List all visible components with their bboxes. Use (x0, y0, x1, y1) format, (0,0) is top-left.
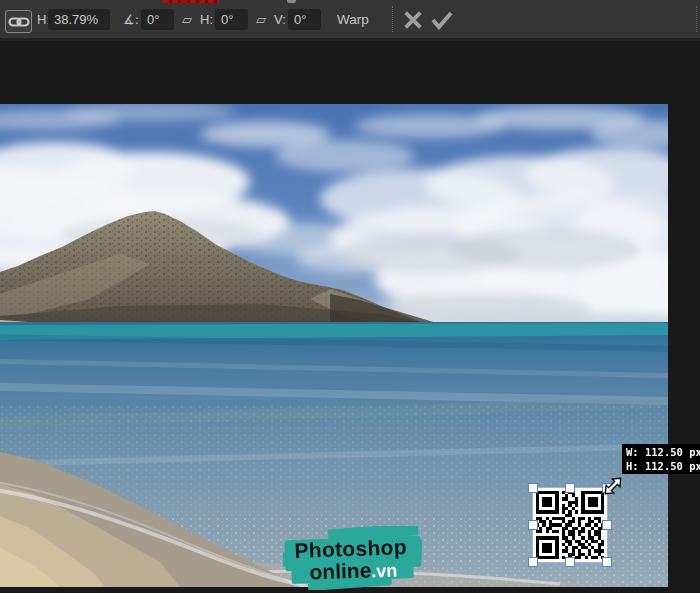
watermark-line2: online.vn (283, 557, 424, 586)
qr-grid (536, 491, 604, 559)
link-icon (8, 15, 30, 29)
toolbar-underline (0, 38, 700, 41)
transform-handle-middle-right[interactable] (602, 520, 612, 530)
skew-vertical-input[interactable] (288, 9, 321, 30)
height-scale-input[interactable] (48, 9, 110, 30)
watermark-line2-suffix: .vn (371, 560, 398, 581)
transform-options-toolbar: H: ∡: ▱ H: ▱ V: Warp (0, 0, 700, 38)
qr-code-layer[interactable] (533, 488, 607, 562)
skew-vertical-icon: ▱ (256, 12, 266, 27)
warp-mode-button[interactable]: Warp (337, 12, 369, 27)
transform-handle-top-left[interactable] (528, 483, 538, 493)
tooltip-height-row: H: 112.50 px (626, 460, 700, 474)
skew-horizontal-label: H: (200, 12, 213, 27)
transform-handle-bottom-left[interactable] (528, 557, 538, 567)
commit-transform-button[interactable] (430, 9, 454, 31)
free-transform-box[interactable] (532, 487, 608, 563)
rotation-angle-icon: ∡: (123, 12, 139, 27)
cutoff-ui-fragment (287, 0, 296, 3)
transform-handle-top-middle[interactable] (565, 483, 575, 493)
watermark: Photoshop online.vn (283, 526, 423, 590)
tooltip-width-row: W: 112.50 px (626, 446, 700, 460)
link-dimensions-button[interactable] (5, 10, 32, 33)
resize-cursor-icon (600, 473, 626, 499)
skew-vertical-label: V: (274, 12, 286, 27)
red-underline-fragment (163, 0, 219, 3)
transform-handle-bottom-right[interactable] (602, 557, 612, 567)
skew-horizontal-input[interactable] (215, 9, 248, 30)
toolbar-separator (392, 6, 393, 32)
cancel-icon (402, 9, 424, 31)
transform-handle-middle-left[interactable] (528, 520, 538, 530)
rotation-input[interactable] (141, 9, 174, 30)
watermark-text: Photoshop online.vn (282, 524, 424, 593)
commit-check-icon (430, 10, 454, 30)
photoshop-online-app: H: ∡: ▱ H: ▱ V: Warp (0, 0, 700, 593)
toolbar-separator-right (696, 6, 697, 32)
skew-horizontal-icon: ▱ (182, 12, 192, 27)
cancel-transform-button[interactable] (400, 7, 426, 33)
size-tooltip: W: 112.50 px H: 112.50 px (622, 444, 700, 474)
watermark-line2-main: online (309, 558, 372, 583)
transform-handle-bottom-middle[interactable] (565, 557, 575, 567)
